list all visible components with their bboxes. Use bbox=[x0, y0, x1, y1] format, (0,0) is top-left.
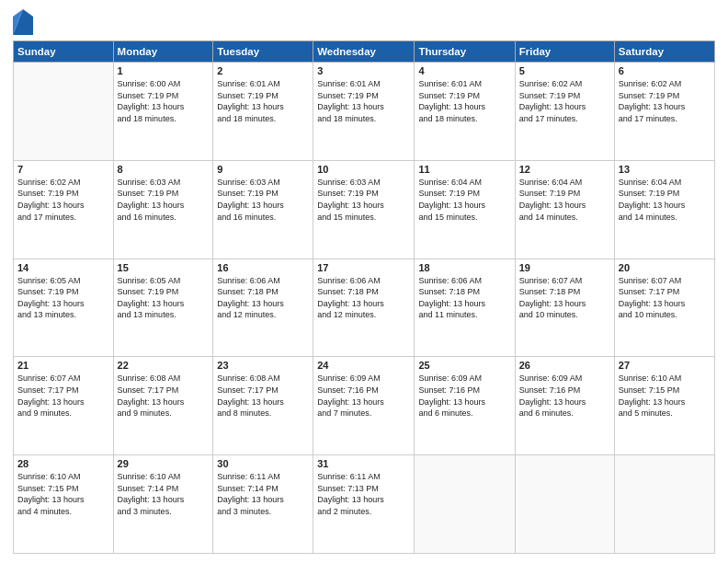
day-info: Sunrise: 6:03 AM Sunset: 7:19 PM Dayligh… bbox=[317, 177, 410, 223]
header bbox=[13, 9, 715, 35]
calendar-cell: 12Sunrise: 6:04 AM Sunset: 7:19 PM Dayli… bbox=[515, 160, 614, 259]
day-number: 5 bbox=[519, 65, 610, 76]
day-info: Sunrise: 6:00 AM Sunset: 7:19 PM Dayligh… bbox=[118, 78, 210, 124]
day-number: 9 bbox=[217, 164, 309, 175]
day-number: 17 bbox=[317, 262, 410, 273]
day-info: Sunrise: 6:01 AM Sunset: 7:19 PM Dayligh… bbox=[418, 78, 510, 124]
weekday-header: Friday bbox=[515, 41, 614, 63]
weekday-header: Saturday bbox=[614, 41, 714, 63]
day-number: 3 bbox=[317, 65, 410, 76]
calendar-cell bbox=[14, 63, 114, 161]
day-number: 20 bbox=[619, 262, 711, 273]
calendar-cell: 28Sunrise: 6:10 AM Sunset: 7:15 PM Dayli… bbox=[14, 455, 114, 554]
weekday-header: Monday bbox=[113, 41, 213, 63]
calendar-cell: 8Sunrise: 6:03 AM Sunset: 7:19 PM Daylig… bbox=[113, 160, 213, 259]
logo bbox=[13, 9, 37, 35]
calendar-cell: 22Sunrise: 6:08 AM Sunset: 7:17 PM Dayli… bbox=[113, 357, 213, 455]
day-number: 18 bbox=[418, 262, 510, 273]
day-info: Sunrise: 6:09 AM Sunset: 7:16 PM Dayligh… bbox=[317, 373, 410, 419]
day-number: 13 bbox=[619, 164, 711, 175]
weekday-header: Thursday bbox=[415, 41, 515, 63]
calendar-cell: 11Sunrise: 6:04 AM Sunset: 7:19 PM Dayli… bbox=[415, 160, 515, 259]
day-number: 8 bbox=[118, 164, 210, 175]
day-number: 16 bbox=[217, 262, 309, 273]
weekday-header-row: SundayMondayTuesdayWednesdayThursdayFrid… bbox=[14, 41, 715, 63]
calendar-cell: 29Sunrise: 6:10 AM Sunset: 7:14 PM Dayli… bbox=[113, 455, 213, 554]
day-number: 28 bbox=[17, 458, 109, 469]
day-number: 15 bbox=[118, 262, 210, 273]
calendar-cell: 30Sunrise: 6:11 AM Sunset: 7:14 PM Dayli… bbox=[213, 455, 313, 554]
calendar-cell: 14Sunrise: 6:05 AM Sunset: 7:19 PM Dayli… bbox=[14, 259, 114, 357]
day-number: 31 bbox=[317, 458, 410, 469]
day-info: Sunrise: 6:02 AM Sunset: 7:19 PM Dayligh… bbox=[17, 177, 109, 223]
weekday-header: Sunday bbox=[14, 41, 114, 63]
day-info: Sunrise: 6:02 AM Sunset: 7:19 PM Dayligh… bbox=[619, 78, 711, 124]
calendar-table: SundayMondayTuesdayWednesdayThursdayFrid… bbox=[13, 40, 715, 554]
day-number: 19 bbox=[519, 262, 610, 273]
day-info: Sunrise: 6:09 AM Sunset: 7:16 PM Dayligh… bbox=[418, 373, 510, 419]
day-info: Sunrise: 6:01 AM Sunset: 7:19 PM Dayligh… bbox=[217, 78, 309, 124]
calendar-week-row: 14Sunrise: 6:05 AM Sunset: 7:19 PM Dayli… bbox=[14, 259, 715, 357]
calendar-cell: 21Sunrise: 6:07 AM Sunset: 7:17 PM Dayli… bbox=[14, 357, 114, 455]
calendar-cell: 2Sunrise: 6:01 AM Sunset: 7:19 PM Daylig… bbox=[213, 63, 313, 161]
calendar-cell: 13Sunrise: 6:04 AM Sunset: 7:19 PM Dayli… bbox=[614, 160, 714, 259]
day-number: 22 bbox=[118, 360, 210, 371]
page: SundayMondayTuesdayWednesdayThursdayFrid… bbox=[0, 0, 728, 563]
day-info: Sunrise: 6:11 AM Sunset: 7:14 PM Dayligh… bbox=[217, 471, 309, 517]
day-number: 12 bbox=[519, 164, 610, 175]
calendar-week-row: 1Sunrise: 6:00 AM Sunset: 7:19 PM Daylig… bbox=[14, 63, 715, 161]
calendar-cell: 24Sunrise: 6:09 AM Sunset: 7:16 PM Dayli… bbox=[313, 357, 415, 455]
day-number: 6 bbox=[619, 65, 711, 76]
day-info: Sunrise: 6:06 AM Sunset: 7:18 PM Dayligh… bbox=[418, 275, 510, 321]
calendar-cell: 4Sunrise: 6:01 AM Sunset: 7:19 PM Daylig… bbox=[415, 63, 515, 161]
day-number: 23 bbox=[217, 360, 309, 371]
calendar-cell: 27Sunrise: 6:10 AM Sunset: 7:15 PM Dayli… bbox=[614, 357, 714, 455]
day-info: Sunrise: 6:07 AM Sunset: 7:17 PM Dayligh… bbox=[619, 275, 711, 321]
calendar-cell: 7Sunrise: 6:02 AM Sunset: 7:19 PM Daylig… bbox=[14, 160, 114, 259]
day-number: 1 bbox=[118, 65, 210, 76]
calendar-cell bbox=[614, 455, 714, 554]
calendar-cell: 9Sunrise: 6:03 AM Sunset: 7:19 PM Daylig… bbox=[213, 160, 313, 259]
calendar-week-row: 7Sunrise: 6:02 AM Sunset: 7:19 PM Daylig… bbox=[14, 160, 715, 259]
calendar-cell: 19Sunrise: 6:07 AM Sunset: 7:18 PM Dayli… bbox=[515, 259, 614, 357]
day-info: Sunrise: 6:04 AM Sunset: 7:19 PM Dayligh… bbox=[418, 177, 510, 223]
day-number: 21 bbox=[17, 360, 109, 371]
day-number: 30 bbox=[217, 458, 309, 469]
calendar-cell: 31Sunrise: 6:11 AM Sunset: 7:13 PM Dayli… bbox=[313, 455, 415, 554]
calendar-cell: 16Sunrise: 6:06 AM Sunset: 7:18 PM Dayli… bbox=[213, 259, 313, 357]
day-info: Sunrise: 6:03 AM Sunset: 7:19 PM Dayligh… bbox=[217, 177, 309, 223]
calendar-cell: 6Sunrise: 6:02 AM Sunset: 7:19 PM Daylig… bbox=[614, 63, 714, 161]
calendar-cell: 1Sunrise: 6:00 AM Sunset: 7:19 PM Daylig… bbox=[113, 63, 213, 161]
day-info: Sunrise: 6:06 AM Sunset: 7:18 PM Dayligh… bbox=[317, 275, 410, 321]
calendar-cell bbox=[515, 455, 614, 554]
day-info: Sunrise: 6:09 AM Sunset: 7:16 PM Dayligh… bbox=[519, 373, 610, 419]
weekday-header: Wednesday bbox=[313, 41, 415, 63]
day-number: 29 bbox=[118, 458, 210, 469]
day-info: Sunrise: 6:04 AM Sunset: 7:19 PM Dayligh… bbox=[619, 177, 711, 223]
day-number: 25 bbox=[418, 360, 510, 371]
day-info: Sunrise: 6:10 AM Sunset: 7:15 PM Dayligh… bbox=[17, 471, 109, 517]
day-info: Sunrise: 6:05 AM Sunset: 7:19 PM Dayligh… bbox=[17, 275, 109, 321]
day-number: 27 bbox=[619, 360, 711, 371]
day-number: 2 bbox=[217, 65, 309, 76]
calendar-cell: 17Sunrise: 6:06 AM Sunset: 7:18 PM Dayli… bbox=[313, 259, 415, 357]
calendar-cell bbox=[415, 455, 515, 554]
calendar-week-row: 21Sunrise: 6:07 AM Sunset: 7:17 PM Dayli… bbox=[14, 357, 715, 455]
calendar-week-row: 28Sunrise: 6:10 AM Sunset: 7:15 PM Dayli… bbox=[14, 455, 715, 554]
calendar-cell: 25Sunrise: 6:09 AM Sunset: 7:16 PM Dayli… bbox=[415, 357, 515, 455]
day-info: Sunrise: 6:10 AM Sunset: 7:15 PM Dayligh… bbox=[619, 373, 711, 419]
calendar-cell: 5Sunrise: 6:02 AM Sunset: 7:19 PM Daylig… bbox=[515, 63, 614, 161]
day-info: Sunrise: 6:05 AM Sunset: 7:19 PM Dayligh… bbox=[118, 275, 210, 321]
weekday-header: Tuesday bbox=[213, 41, 313, 63]
day-info: Sunrise: 6:11 AM Sunset: 7:13 PM Dayligh… bbox=[317, 471, 410, 517]
day-number: 11 bbox=[418, 164, 510, 175]
day-number: 14 bbox=[17, 262, 109, 273]
day-info: Sunrise: 6:01 AM Sunset: 7:19 PM Dayligh… bbox=[317, 78, 410, 124]
day-number: 26 bbox=[519, 360, 610, 371]
day-number: 4 bbox=[418, 65, 510, 76]
calendar-cell: 20Sunrise: 6:07 AM Sunset: 7:17 PM Dayli… bbox=[614, 259, 714, 357]
day-info: Sunrise: 6:07 AM Sunset: 7:17 PM Dayligh… bbox=[17, 373, 109, 419]
day-info: Sunrise: 6:03 AM Sunset: 7:19 PM Dayligh… bbox=[118, 177, 210, 223]
day-info: Sunrise: 6:08 AM Sunset: 7:17 PM Dayligh… bbox=[217, 373, 309, 419]
calendar-cell: 23Sunrise: 6:08 AM Sunset: 7:17 PM Dayli… bbox=[213, 357, 313, 455]
